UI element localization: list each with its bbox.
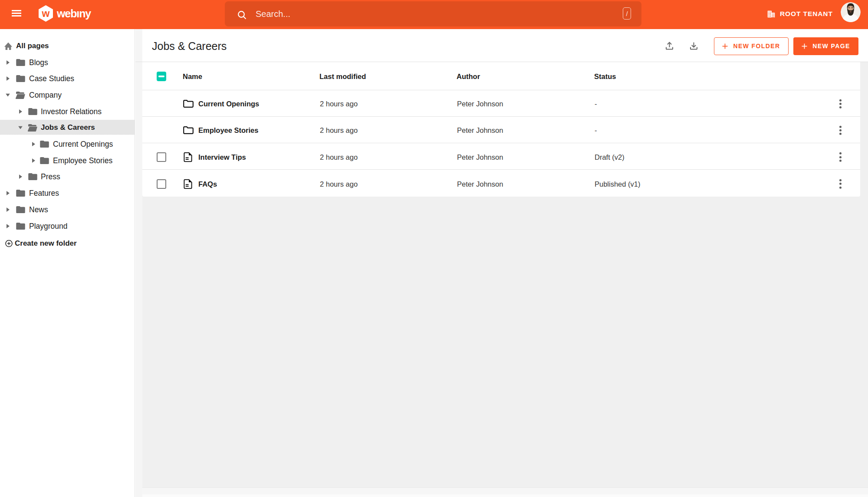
- svg-text:w: w: [42, 8, 50, 19]
